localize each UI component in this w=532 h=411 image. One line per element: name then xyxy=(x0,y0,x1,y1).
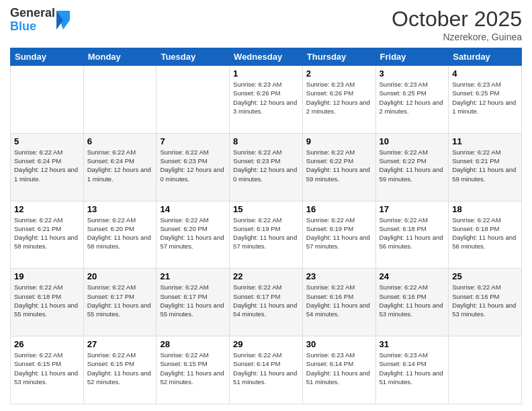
day-number: 29 xyxy=(233,339,299,349)
day-info: Sunrise: 6:22 AM Sunset: 6:15 PM Dayligh… xyxy=(87,351,153,386)
day-number: 19 xyxy=(14,271,80,281)
col-wednesday: Wednesday xyxy=(230,48,303,66)
day-info: Sunrise: 6:23 AM Sunset: 6:26 PM Dayligh… xyxy=(233,80,299,116)
day-info: Sunrise: 6:22 AM Sunset: 6:23 PM Dayligh… xyxy=(160,148,226,183)
table-row: 22Sunrise: 6:22 AM Sunset: 6:17 PM Dayli… xyxy=(230,269,303,336)
day-info: Sunrise: 6:23 AM Sunset: 6:14 PM Dayligh… xyxy=(380,351,445,386)
day-number: 27 xyxy=(87,339,153,349)
day-number: 20 xyxy=(87,271,153,281)
table-row: 24Sunrise: 6:22 AM Sunset: 6:16 PM Dayli… xyxy=(375,269,449,336)
table-row: 6Sunrise: 6:22 AM Sunset: 6:24 PM Daylig… xyxy=(83,133,157,201)
table-row: 8Sunrise: 6:22 AM Sunset: 6:23 PM Daylig… xyxy=(230,133,303,201)
day-number: 26 xyxy=(14,339,80,349)
table-row: 31Sunrise: 6:23 AM Sunset: 6:14 PM Dayli… xyxy=(375,336,449,404)
day-number: 4 xyxy=(452,68,518,79)
day-number: 21 xyxy=(160,271,226,281)
table-row: 15Sunrise: 6:22 AM Sunset: 6:19 PM Dayli… xyxy=(230,201,303,269)
day-number: 8 xyxy=(233,136,299,146)
logo-icon xyxy=(56,11,70,30)
logo-general-text: General xyxy=(10,6,55,19)
day-number: 2 xyxy=(306,68,372,79)
col-thursday: Thursday xyxy=(302,48,375,66)
day-info: Sunrise: 6:23 AM Sunset: 6:14 PM Dayligh… xyxy=(306,351,372,386)
title-block: October 2025 Nzerekore, Guinea xyxy=(392,7,522,42)
day-info: Sunrise: 6:22 AM Sunset: 6:19 PM Dayligh… xyxy=(233,216,299,251)
col-friday: Friday xyxy=(375,48,449,66)
table-row: 23Sunrise: 6:22 AM Sunset: 6:16 PM Dayli… xyxy=(302,269,375,336)
table-row: 21Sunrise: 6:22 AM Sunset: 6:17 PM Dayli… xyxy=(157,269,230,336)
day-number: 1 xyxy=(233,68,299,79)
logo-blue-text: Blue xyxy=(10,19,36,33)
day-number: 28 xyxy=(160,339,226,349)
day-info: Sunrise: 6:22 AM Sunset: 6:17 PM Dayligh… xyxy=(233,283,299,318)
day-info: Sunrise: 6:23 AM Sunset: 6:26 PM Dayligh… xyxy=(306,80,372,116)
table-row xyxy=(449,336,522,404)
page-header: General Blue October 2025 Nzerekore, Gui… xyxy=(10,7,522,42)
day-info: Sunrise: 6:22 AM Sunset: 6:15 PM Dayligh… xyxy=(14,351,80,386)
table-row xyxy=(11,66,84,134)
day-number: 6 xyxy=(87,136,153,146)
table-row: 12Sunrise: 6:22 AM Sunset: 6:21 PM Dayli… xyxy=(11,201,84,269)
table-row: 28Sunrise: 6:22 AM Sunset: 6:15 PM Dayli… xyxy=(157,336,230,404)
location: Nzerekore, Guinea xyxy=(392,32,522,42)
day-info: Sunrise: 6:22 AM Sunset: 6:21 PM Dayligh… xyxy=(452,148,518,183)
day-number: 24 xyxy=(380,271,445,281)
table-row: 17Sunrise: 6:22 AM Sunset: 6:18 PM Dayli… xyxy=(375,201,449,269)
day-number: 7 xyxy=(160,136,226,146)
table-row: 7Sunrise: 6:22 AM Sunset: 6:23 PM Daylig… xyxy=(157,133,230,201)
day-number: 30 xyxy=(306,339,372,349)
table-row xyxy=(157,66,230,134)
day-info: Sunrise: 6:22 AM Sunset: 6:24 PM Dayligh… xyxy=(87,148,153,183)
day-info: Sunrise: 6:22 AM Sunset: 6:16 PM Dayligh… xyxy=(380,283,445,318)
day-number: 3 xyxy=(380,68,445,79)
table-row: 19Sunrise: 6:22 AM Sunset: 6:18 PM Dayli… xyxy=(11,269,84,336)
table-row: 2Sunrise: 6:23 AM Sunset: 6:26 PM Daylig… xyxy=(302,66,375,134)
day-info: Sunrise: 6:22 AM Sunset: 6:19 PM Dayligh… xyxy=(306,216,372,251)
day-number: 23 xyxy=(306,271,372,281)
day-info: Sunrise: 6:22 AM Sunset: 6:17 PM Dayligh… xyxy=(160,283,226,318)
calendar-week-row: 19Sunrise: 6:22 AM Sunset: 6:18 PM Dayli… xyxy=(11,269,522,336)
day-info: Sunrise: 6:22 AM Sunset: 6:23 PM Dayligh… xyxy=(233,148,299,183)
day-number: 14 xyxy=(160,204,226,214)
day-info: Sunrise: 6:22 AM Sunset: 6:18 PM Dayligh… xyxy=(380,216,445,251)
day-info: Sunrise: 6:22 AM Sunset: 6:17 PM Dayligh… xyxy=(87,283,153,318)
day-number: 10 xyxy=(380,136,445,146)
table-row: 27Sunrise: 6:22 AM Sunset: 6:15 PM Dayli… xyxy=(83,336,157,404)
day-number: 25 xyxy=(452,271,518,281)
day-number: 22 xyxy=(233,271,299,281)
day-info: Sunrise: 6:22 AM Sunset: 6:20 PM Dayligh… xyxy=(160,216,226,251)
day-info: Sunrise: 6:22 AM Sunset: 6:24 PM Dayligh… xyxy=(14,148,80,183)
table-row: 5Sunrise: 6:22 AM Sunset: 6:24 PM Daylig… xyxy=(11,133,84,201)
col-saturday: Saturday xyxy=(449,48,522,66)
day-info: Sunrise: 6:22 AM Sunset: 6:16 PM Dayligh… xyxy=(452,283,518,318)
calendar-table: Sunday Monday Tuesday Wednesday Thursday… xyxy=(10,48,522,404)
day-number: 12 xyxy=(14,204,80,214)
day-number: 13 xyxy=(87,204,153,214)
col-monday: Monday xyxy=(83,48,157,66)
table-row: 26Sunrise: 6:22 AM Sunset: 6:15 PM Dayli… xyxy=(11,336,84,404)
day-info: Sunrise: 6:22 AM Sunset: 6:16 PM Dayligh… xyxy=(306,283,372,318)
table-row: 16Sunrise: 6:22 AM Sunset: 6:19 PM Dayli… xyxy=(302,201,375,269)
table-row: 1Sunrise: 6:23 AM Sunset: 6:26 PM Daylig… xyxy=(230,66,303,134)
day-info: Sunrise: 6:23 AM Sunset: 6:25 PM Dayligh… xyxy=(452,80,518,116)
day-number: 18 xyxy=(452,204,518,214)
day-number: 31 xyxy=(380,339,445,349)
table-row: 29Sunrise: 6:22 AM Sunset: 6:14 PM Dayli… xyxy=(230,336,303,404)
table-row: 30Sunrise: 6:23 AM Sunset: 6:14 PM Dayli… xyxy=(302,336,375,404)
day-number: 16 xyxy=(306,204,372,214)
day-info: Sunrise: 6:22 AM Sunset: 6:14 PM Dayligh… xyxy=(233,351,299,386)
calendar-week-row: 12Sunrise: 6:22 AM Sunset: 6:21 PM Dayli… xyxy=(11,201,522,269)
day-info: Sunrise: 6:23 AM Sunset: 6:25 PM Dayligh… xyxy=(380,80,445,116)
day-info: Sunrise: 6:22 AM Sunset: 6:22 PM Dayligh… xyxy=(306,148,372,183)
col-sunday: Sunday xyxy=(11,48,84,66)
table-row xyxy=(83,66,157,134)
day-number: 17 xyxy=(380,204,445,214)
day-number: 5 xyxy=(14,136,80,146)
table-row: 18Sunrise: 6:22 AM Sunset: 6:18 PM Dayli… xyxy=(449,201,522,269)
day-number: 11 xyxy=(452,136,518,146)
day-number: 9 xyxy=(306,136,372,146)
table-row: 20Sunrise: 6:22 AM Sunset: 6:17 PM Dayli… xyxy=(83,269,157,336)
calendar-header-row: Sunday Monday Tuesday Wednesday Thursday… xyxy=(11,48,522,66)
calendar-week-row: 1Sunrise: 6:23 AM Sunset: 6:26 PM Daylig… xyxy=(11,66,522,134)
table-row: 11Sunrise: 6:22 AM Sunset: 6:21 PM Dayli… xyxy=(449,133,522,201)
